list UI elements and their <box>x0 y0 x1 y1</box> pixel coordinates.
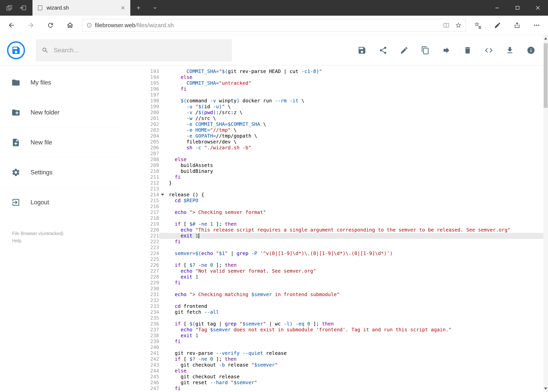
forward-button[interactable] <box>21 16 41 35</box>
sidebar-item-my-files[interactable]: My files <box>0 68 127 98</box>
maximize-button[interactable] <box>507 0 528 16</box>
move-button[interactable] <box>442 46 451 55</box>
share-file-button[interactable] <box>379 46 388 55</box>
code-line[interactable]: 200 -v /$(pwd):/src:z \ <box>127 110 548 115</box>
download-button[interactable] <box>505 46 514 55</box>
code-line[interactable]: 233 cd frontend <box>127 303 548 309</box>
code-line[interactable]: 231 echo "> Checking matching $semver in… <box>127 292 548 297</box>
code-line[interactable]: 196 fi <box>127 86 548 92</box>
code-line[interactable]: 219 if [ $# -ne 1 ]; then <box>127 221 548 227</box>
page-scrollbar[interactable] <box>543 35 548 392</box>
code-line[interactable]: 195 COMMIT_SHA="untracked" <box>127 80 548 86</box>
filebrowser-logo[interactable] <box>7 41 25 59</box>
code-line[interactable]: 244 else <box>127 368 548 374</box>
code-line[interactable]: 203 -e HOME="//tmp" \ <box>127 127 548 133</box>
code-line[interactable]: 237 echo "Tag $semver does not exist in … <box>127 327 548 333</box>
code-line[interactable]: 215 cd $REPO <box>127 198 548 203</box>
code-line[interactable]: 213 <box>127 186 548 192</box>
code-line[interactable]: 222 fi <box>127 239 548 245</box>
code-line[interactable]: 245 git checkout release <box>127 374 548 380</box>
code-line[interactable]: 232 <box>127 297 548 303</box>
code-line[interactable]: 201 -w //src \ <box>127 115 548 121</box>
delete-button[interactable] <box>463 46 472 55</box>
code-line[interactable]: 220 echo "This release script requires a… <box>127 227 548 233</box>
sidebar-item-settings[interactable]: Settings <box>0 158 127 188</box>
scroll-up-arrow-icon[interactable] <box>544 37 547 40</box>
scroll-down-arrow-icon[interactable] <box>544 387 547 390</box>
address-bar[interactable]: filebrowser.web/files/wizard.sh <box>82 19 466 32</box>
sidebar-item-logout[interactable]: Logout <box>0 188 127 217</box>
code-editor[interactable]: 193 COMMIT_SHA="$(git rev-parse HEAD | c… <box>127 66 548 392</box>
code-line[interactable]: 214release () { <box>127 192 548 198</box>
home-button[interactable] <box>60 16 80 35</box>
code-line[interactable]: 223 <box>127 245 548 251</box>
code-line[interactable]: 221 exit 1 <box>127 233 548 239</box>
rename-button[interactable] <box>400 46 409 55</box>
code-line[interactable]: 206 sh -c "./wizard.sh -b" <box>127 145 548 151</box>
hub-button[interactable] <box>468 16 488 35</box>
code-line[interactable]: 226 if [ $? -ne 0 ]; then <box>127 262 548 268</box>
code-line[interactable]: 197 <box>127 92 548 98</box>
copy-button[interactable] <box>421 46 430 55</box>
code-line[interactable]: 240 <box>127 344 548 350</box>
code-line[interactable]: 218 <box>127 215 548 221</box>
code-line[interactable]: 205 filebrowser/dev \ <box>127 139 548 145</box>
code-line[interactable]: 239 fi <box>127 339 548 344</box>
search-input[interactable] <box>53 46 226 54</box>
code-line[interactable]: 194 else <box>127 74 548 80</box>
search-box[interactable] <box>36 39 232 61</box>
sidebar-item-new-file[interactable]: New file <box>0 128 127 158</box>
code-line[interactable]: 246 git reset --hard "$semver" <box>127 380 548 385</box>
code-line[interactable]: 209 buildAssets <box>127 162 548 168</box>
page-info-button[interactable] <box>83 22 95 28</box>
web-notes-button[interactable] <box>488 16 507 35</box>
tab-close-icon[interactable] <box>120 5 126 11</box>
code-line[interactable]: 247 fi <box>127 385 548 392</box>
new-tab-button[interactable] <box>130 0 147 16</box>
code-line[interactable]: 225 <box>127 256 548 262</box>
close-button[interactable] <box>528 0 548 16</box>
fold-marker-icon[interactable] <box>161 194 164 196</box>
code-line[interactable]: 207 <box>127 151 548 157</box>
save-button[interactable] <box>357 46 367 55</box>
code-line[interactable]: 202 -e COMMIT_SHA=$COMMIT_SHA \ <box>127 121 548 127</box>
tab-preview-toggle[interactable] <box>147 0 163 16</box>
back-button[interactable] <box>1 16 21 35</box>
more-button[interactable] <box>527 16 547 35</box>
code-line[interactable]: 234 git fetch --all <box>127 309 548 315</box>
tabs-set-aside-button[interactable] <box>5 4 14 12</box>
refresh-button[interactable] <box>41 16 60 35</box>
info-button[interactable] <box>527 46 535 55</box>
code-line[interactable]: 217 echo "> Checking semver format" <box>127 210 548 215</box>
minimize-button[interactable] <box>487 0 507 16</box>
browser-tab[interactable]: wizard.sh <box>33 0 130 16</box>
code-line[interactable]: 230 <box>127 286 548 292</box>
code-line[interactable]: 208 else <box>127 157 548 162</box>
help-link[interactable]: Help <box>12 237 127 245</box>
code-line[interactable]: 212} <box>127 180 548 186</box>
code-line[interactable]: 241 git rev-parse --verify --quiet relea… <box>127 350 548 356</box>
add-favorite-button[interactable] <box>452 22 465 28</box>
code-line[interactable]: 216 <box>127 203 548 210</box>
code-line[interactable]: 236 if [ $(git tag | grep "$semver" | wc… <box>127 321 548 327</box>
code-line[interactable]: 204 -e GOPATH=//tmp/gopath \ <box>127 133 548 139</box>
share-button[interactable] <box>507 16 527 35</box>
scrollbar-thumb[interactable] <box>544 43 548 108</box>
code-line[interactable]: 235 <box>127 315 548 321</box>
code-line[interactable]: 199 -u "$(id -u)" \ <box>127 104 548 110</box>
source-code-button[interactable] <box>484 46 493 55</box>
code-line[interactable]: 228 exit 1 <box>127 274 548 280</box>
code-line[interactable]: 227 echo "Not valid semver format. See s… <box>127 268 548 274</box>
code-line[interactable]: 210 buildBinary <box>127 168 548 174</box>
code-line[interactable]: 198 $(command -v winpty) docker run --rm… <box>127 98 548 104</box>
code-line[interactable]: 242 if [ $? -ne 0 ]; then <box>127 356 548 362</box>
url-text[interactable]: filebrowser.web/files/wizard.sh <box>95 22 440 28</box>
code-line[interactable]: 243 git checkout -b release "$semver" <box>127 362 548 368</box>
sidebar-item-new-folder[interactable]: New folder <box>0 98 127 128</box>
code-line[interactable]: 238 exit 1 <box>127 333 548 339</box>
code-line[interactable]: 224 semver=$(echo "$1" | grep -P '^v(0|[… <box>127 251 548 256</box>
set-tabs-aside-button[interactable] <box>19 4 28 12</box>
code-line[interactable]: 193 COMMIT_SHA="$(git rev-parse HEAD | c… <box>127 69 548 74</box>
reading-view-button[interactable] <box>440 22 452 28</box>
code-line[interactable]: 229 fi <box>127 280 548 286</box>
